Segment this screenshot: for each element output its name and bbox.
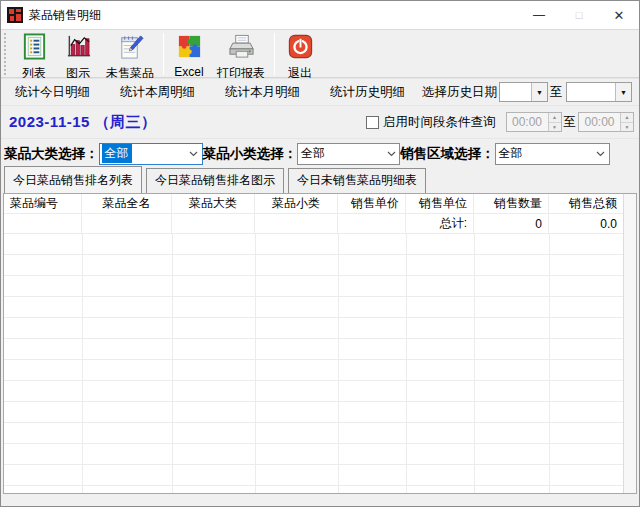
toolbar-separator (163, 33, 164, 75)
dropdown-arrow-icon[interactable]: ▼ (531, 83, 547, 101)
minor-category-label: 菜品小类选择： (203, 145, 298, 163)
time-filter-checkbox-label: 启用时间段条件查询 (383, 114, 496, 131)
total-row-cell (4, 214, 82, 234)
column-header-major-category: 菜品大类 (172, 194, 255, 214)
total-row-cell (338, 214, 406, 234)
vertical-scrollbar[interactable] (623, 194, 636, 493)
table-empty-body (4, 234, 623, 493)
list-icon (21, 33, 48, 64)
column-header-quantity: 销售数量 (474, 194, 549, 214)
window-bottom-strip (1, 494, 639, 506)
major-category-label: 菜品大类选择： (4, 145, 99, 163)
total-label: 总计: (406, 214, 474, 234)
time-filter-group: 启用时间段条件查询 00:00 ▲▼ 至 00:00 ▲▼ (366, 112, 634, 132)
chevron-down-icon[interactable] (383, 151, 399, 157)
toolbar-button-excel[interactable]: Excel (167, 32, 211, 80)
toolbar-button-unsold-dishes[interactable]: 未售菜品 (100, 32, 160, 83)
chevron-down-icon[interactable] (593, 151, 609, 157)
stat-button-history[interactable]: 统计历史明细 (330, 84, 405, 101)
stat-button-month[interactable]: 统计本月明细 (225, 84, 300, 101)
sales-region-value: 全部 (496, 145, 593, 162)
sales-region-label: 销售区域选择： (400, 145, 495, 163)
toolbar-button-chart[interactable]: 图示 (56, 32, 100, 83)
titlebar: 菜品销售明细 — □ ✕ (1, 1, 639, 29)
toolbar-label: Excel (174, 65, 203, 79)
dropdown-arrow-icon[interactable]: ▼ (615, 83, 631, 101)
sales-detail-table: 菜品编号 菜品全名 菜品大类 菜品小类 销售单价 销售单位 销售数量 销售总额 … (3, 193, 637, 494)
column-header-dish-name: 菜品全名 (82, 194, 172, 214)
to-label: 至 (564, 114, 577, 131)
spinner-arrows-icon: ▲▼ (620, 113, 633, 131)
chevron-down-icon[interactable] (186, 151, 202, 157)
history-date-from-combobox[interactable]: ▼ (499, 82, 548, 102)
column-header-dish-id: 菜品编号 (4, 194, 82, 214)
toolbar-separator (274, 33, 275, 75)
toolbar-button-print[interactable]: 打印报表 (211, 32, 271, 83)
window-controls: — □ ✕ (519, 1, 639, 29)
major-category-combobox[interactable]: 全部 (99, 143, 203, 165)
maximize-button: □ (559, 1, 599, 29)
time-from-value: 00:00 (507, 115, 548, 129)
stat-button-today[interactable]: 统计今日明细 (15, 84, 90, 101)
notepad-pencil-icon (117, 33, 144, 64)
to-label: 至 (550, 84, 563, 101)
toolbar-gripper (4, 33, 9, 75)
date-row: 2023-11-15 （周三） 启用时间段条件查询 00:00 ▲▼ 至 00:… (1, 105, 639, 138)
spinner-arrows-icon: ▲▼ (548, 113, 561, 131)
sales-region-combobox[interactable]: 全部 (495, 143, 610, 165)
table-header-row: 菜品编号 菜品全名 菜品大类 菜品小类 销售单价 销售单位 销售数量 销售总额 (4, 194, 623, 214)
close-button[interactable]: ✕ (599, 1, 639, 29)
tab-today-sales-ranking-chart[interactable]: 今日菜品销售排名图示 (146, 168, 284, 193)
grid-area: 菜品编号 菜品全名 菜品大类 菜品小类 销售单价 销售单位 销售数量 销售总额 … (4, 194, 623, 493)
filter-row: 菜品大类选择： 全部 菜品小类选择： 全部 销售区域选择： 全部 (1, 138, 639, 168)
total-row-cell (82, 214, 172, 234)
toolbar-button-exit[interactable]: 退出 (278, 32, 322, 83)
time-to-value: 00:00 (579, 115, 620, 129)
bar-chart-icon (65, 33, 92, 64)
minor-category-value: 全部 (298, 145, 383, 162)
printer-icon (228, 33, 255, 64)
total-row-cell (255, 214, 338, 234)
toolbar: 列表 图示 未售菜品 Excel 打印报表 (1, 29, 639, 78)
tab-today-unsold-dishes-detail[interactable]: 今日未销售菜品明细表 (288, 168, 426, 193)
app-icon (7, 7, 23, 23)
stat-button-week[interactable]: 统计本周明细 (120, 84, 195, 101)
app-window: 菜品销售明细 — □ ✕ 列表 图示 未售菜品 (0, 0, 640, 507)
major-category-value: 全部 (102, 144, 132, 163)
column-header-sales-unit: 销售单位 (406, 194, 474, 214)
tab-today-sales-ranking-list[interactable]: 今日菜品销售排名列表 (4, 166, 142, 193)
time-filter-checkbox[interactable] (366, 116, 379, 129)
total-row-cell (172, 214, 255, 234)
puzzle-icon (176, 33, 203, 64)
stats-row: 统计今日明细 统计本周明细 统计本月明细 统计历史明细 选择历史日期 ▼ 至 ▼ (1, 78, 639, 105)
minimize-button[interactable]: — (519, 1, 559, 29)
exit-power-icon (287, 33, 314, 64)
time-from-spinner: 00:00 ▲▼ (506, 112, 562, 132)
column-header-unit-price: 销售单价 (338, 194, 406, 214)
minor-category-combobox[interactable]: 全部 (297, 143, 400, 165)
current-date-label: 2023-11-15 （周三） (9, 113, 157, 132)
toolbar-button-list[interactable]: 列表 (12, 32, 56, 83)
history-date-label: 选择历史日期 (422, 84, 497, 101)
column-header-minor-category: 菜品小类 (255, 194, 338, 214)
column-header-total-amount: 销售总额 (549, 194, 623, 214)
tabs-row: 今日菜品销售排名列表 今日菜品销售排名图示 今日未销售菜品明细表 (1, 168, 639, 193)
window-title: 菜品销售明细 (29, 7, 101, 24)
history-date-to-combobox[interactable]: ▼ (566, 82, 632, 102)
total-quantity-value: 0 (474, 214, 549, 234)
total-amount-value: 0.0 (549, 214, 623, 234)
time-to-spinner: 00:00 ▲▼ (578, 112, 634, 132)
table-total-row: 总计: 0 0.0 (4, 214, 623, 234)
